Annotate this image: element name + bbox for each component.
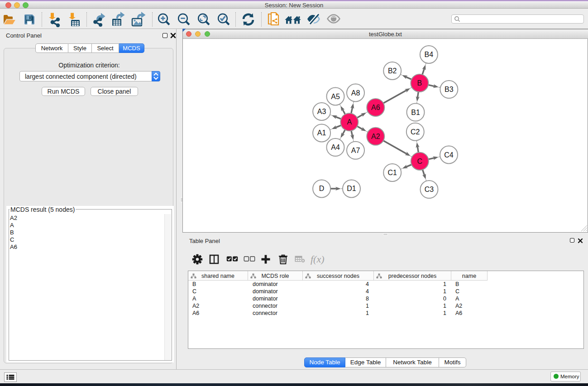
svg-text:C2: C2 — [411, 128, 420, 136]
svg-text:D: D — [319, 185, 325, 192]
svg-text:C: C — [417, 157, 423, 165]
svg-text:B2: B2 — [388, 67, 397, 75]
svg-text:A8: A8 — [351, 89, 360, 97]
svg-text:A1: A1 — [317, 129, 326, 137]
svg-text:A3: A3 — [317, 108, 326, 115]
svg-text:C1: C1 — [387, 169, 397, 176]
svg-text:B1: B1 — [411, 109, 420, 116]
svg-text:A5: A5 — [331, 93, 340, 100]
svg-text:A7: A7 — [351, 147, 360, 154]
svg-text:D1: D1 — [347, 185, 356, 192]
svg-text:C4: C4 — [444, 151, 454, 159]
svg-text:A: A — [347, 118, 352, 126]
svg-text:B: B — [417, 79, 422, 87]
svg-text:A6: A6 — [371, 104, 380, 111]
svg-text:B4: B4 — [425, 51, 434, 58]
svg-text:B3: B3 — [445, 86, 454, 93]
svg-text:A4: A4 — [331, 143, 340, 151]
svg-text:C3: C3 — [425, 186, 434, 193]
svg-text:A2: A2 — [371, 133, 380, 140]
